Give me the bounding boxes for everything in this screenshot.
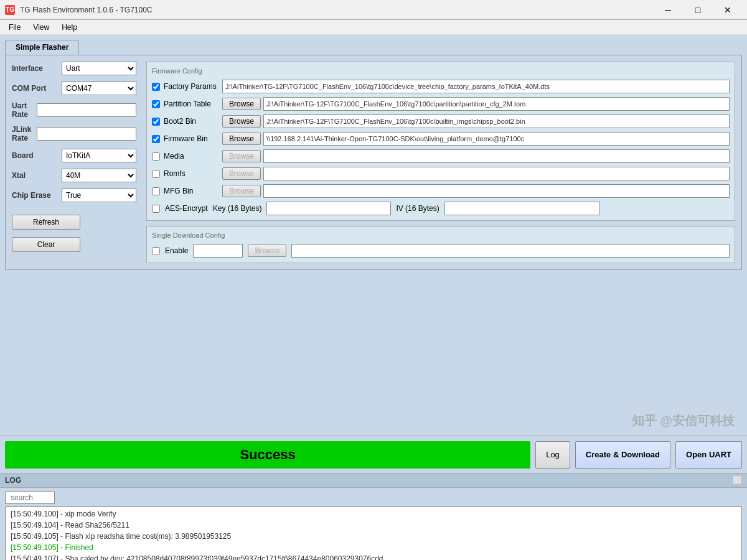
partition-table-row: Partition Table Browse [152,97,730,111]
tab-simple-flasher[interactable]: Simple Flasher [5,40,79,55]
mfg-bin-row: MFG Bin Browse [152,184,730,198]
log-expand-icon[interactable]: ⬜ [733,476,742,485]
media-row: Media Browse [152,149,730,163]
com-port-select[interactable]: COM47 COM1 [62,82,136,95]
romfs-path[interactable] [263,167,730,180]
open-uart-button[interactable]: Open UART [675,441,742,469]
media-browse-button[interactable]: Browse [222,150,261,162]
single-download-title: Single Download Config [152,231,730,239]
log-content: [15:50:49.100] - xip mode Verify[15:50:4… [5,506,742,560]
boot2-bin-checkbox[interactable] [152,118,160,126]
chip-erase-label: Chip Erase [12,191,62,200]
media-label: Media [164,152,220,161]
minimize-button[interactable]: ─ [654,1,682,19]
single-download-enable-checkbox[interactable] [152,247,160,255]
mfg-bin-browse-button[interactable]: Browse [222,185,261,197]
log-search-area [5,492,742,504]
tab-content: Interface Uart JLink COM Port COM47 COM1… [5,55,742,270]
firmware-config-box: Firmware Config Factory Params Partition… [146,62,735,221]
menu-bar: File View Help [0,20,747,35]
single-download-row: Enable 0x0 Browse [152,244,730,258]
boot2-bin-path[interactable] [263,114,730,128]
log-line: [15:50:49.104] - Read Sha256/5211 [11,520,736,531]
board-row: Board IoTKitA IoTKitB [12,149,136,162]
right-panel: Firmware Config Factory Params Partition… [146,62,735,263]
boot2-bin-label: Boot2 Bin [164,117,220,126]
title-bar: TG TG Flash Environment 1.0.6 - TG7100C … [0,0,747,20]
factory-params-label: Factory Params [164,82,220,91]
media-checkbox[interactable] [152,152,160,161]
main-content: Simple Flasher Interface Uart JLink COM … [0,35,747,436]
interface-select[interactable]: Uart JLink [62,62,136,75]
single-download-path-input[interactable] [291,244,730,258]
single-download-enable-label: Enable [165,246,188,255]
partition-table-path[interactable] [263,97,730,111]
aes-encrypt-label: AES-Encrypt [165,204,208,213]
chip-erase-row: Chip Erase True False [12,189,136,202]
jlink-rate-label: JLink Rate [12,125,37,142]
boot2-bin-row: Boot2 Bin Browse [152,114,730,128]
uart-rate-row: Uart Rate 2000000 [12,101,136,119]
log-line: [15:50:49.105] - Flash xip readsha time … [11,531,736,542]
mfg-bin-checkbox[interactable] [152,187,160,195]
maximize-button[interactable]: □ [684,1,712,19]
uart-rate-input[interactable]: 2000000 [37,103,136,117]
partition-table-checkbox[interactable] [152,100,160,108]
chip-erase-select[interactable]: True False [62,189,136,202]
status-success-indicator: Success [5,441,530,469]
tab-bar: Simple Flasher [5,40,742,55]
aes-key-input[interactable] [266,202,391,215]
firmware-bin-row: Firmware Bin Browse [152,132,730,146]
status-bar: Success Log Create & Download Open UART [0,436,747,473]
log-button[interactable]: Log [535,441,570,469]
romfs-row: Romfs Browse [152,167,730,180]
firmware-config-title: Firmware Config [152,67,730,75]
aes-iv-input[interactable] [444,202,600,215]
menu-help[interactable]: Help [55,22,83,33]
xtal-select[interactable]: 40M 24M [62,169,136,182]
factory-params-path[interactable] [222,80,730,93]
factory-params-row: Factory Params [152,80,730,93]
mfg-bin-path[interactable] [263,184,730,198]
menu-view[interactable]: View [27,22,55,33]
media-path[interactable] [263,149,730,163]
boot2-bin-browse-button[interactable]: Browse [222,115,261,128]
key-label: Key (16 Bytes) [213,204,262,213]
uart-rate-label: Uart Rate [12,101,37,119]
window-controls: ─ □ ✕ [654,1,742,19]
romfs-label: Romfs [164,169,220,178]
app-title: TG Flash Environment 1.0.6 - TG7100C [20,6,153,14]
com-port-row: COM Port COM47 COM1 [12,82,136,95]
clear-button[interactable]: Clear [12,237,80,252]
close-button[interactable]: ✕ [713,1,742,19]
aes-encrypt-row: AES-Encrypt Key (16 Bytes) IV (16 Bytes) [152,202,730,215]
jlink-rate-input[interactable]: 1000 [37,127,136,141]
romfs-browse-button[interactable]: Browse [222,167,261,180]
menu-file[interactable]: File [2,22,27,33]
partition-table-browse-button[interactable]: Browse [222,98,261,110]
create-download-button[interactable]: Create & Download [575,441,670,469]
single-download-addr-input[interactable]: 0x0 [193,244,243,258]
romfs-checkbox[interactable] [152,170,160,178]
log-header: LOG ⬜ [0,474,747,488]
jlink-rate-row: JLink Rate 1000 [12,125,136,142]
log-line: [15:50:49.107] - Sha caled by dev: 42108… [11,553,736,560]
interface-label: Interface [12,64,62,73]
factory-params-checkbox[interactable] [152,83,160,91]
log-line: [15:50:49.105] - Finished [11,542,736,553]
firmware-bin-path[interactable] [263,132,730,146]
xtal-row: Xtal 40M 24M [12,169,136,182]
single-download-box: Single Download Config Enable 0x0 Browse [146,226,735,263]
log-search-input[interactable] [5,492,55,504]
refresh-button[interactable]: Refresh [12,215,80,230]
xtal-label: Xtal [12,171,62,180]
firmware-bin-checkbox[interactable] [152,135,160,143]
board-select[interactable]: IoTKitA IoTKitB [62,149,136,162]
log-line: [15:50:49.100] - xip mode Verify [11,508,736,520]
log-section: LOG ⬜ [15:50:49.100] - xip mode Verify[1… [0,473,747,560]
mfg-bin-label: MFG Bin [164,187,220,195]
log-title: LOG [5,476,21,485]
single-download-browse-button[interactable]: Browse [248,245,286,257]
aes-encrypt-checkbox[interactable] [152,205,160,213]
firmware-bin-browse-button[interactable]: Browse [222,133,261,145]
